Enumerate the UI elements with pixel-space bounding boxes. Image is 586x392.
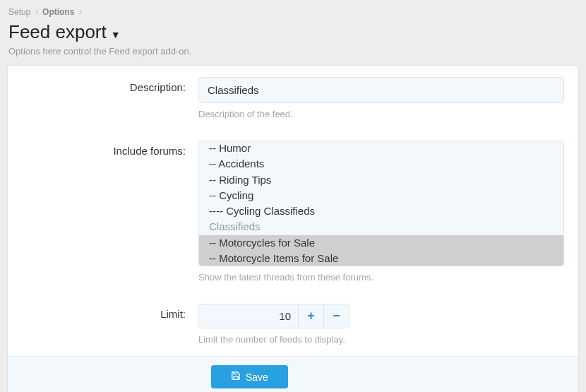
save-button[interactable]: Save — [211, 365, 288, 388]
description-helper: Description of the feed. — [198, 109, 564, 119]
limit-input[interactable] — [199, 304, 298, 328]
plus-icon: + — [307, 309, 315, 323]
description-label: Description: — [22, 77, 198, 119]
list-item[interactable]: ---- Cycling Classifieds — [199, 203, 563, 219]
save-icon — [231, 371, 241, 383]
forums-label: Include forums: — [22, 141, 198, 283]
breadcrumb-sep: › — [35, 7, 38, 17]
limit-decrement-button[interactable]: − — [323, 304, 349, 328]
minus-icon: − — [333, 309, 340, 323]
list-item[interactable]: -- Humor — [199, 141, 563, 156]
limit-label: Limit: — [22, 304, 198, 345]
save-button-label: Save — [246, 372, 268, 383]
page-subtitle: Options here control the Feed export add… — [0, 46, 586, 65]
row-limit: Limit: + − Limit the number of feeds to … — [8, 287, 578, 356]
list-item[interactable]: -- Cycling — [199, 188, 563, 203]
page-title-row: Feed export ▼ — [0, 20, 586, 46]
options-panel: Description: Description of the feed. In… — [7, 65, 579, 392]
breadcrumb-sep: › — [79, 7, 82, 17]
chevron-down-icon[interactable]: ▼ — [111, 25, 121, 40]
breadcrumb-options[interactable]: Options — [42, 7, 74, 17]
panel-footer: Save — [8, 356, 578, 392]
row-description: Description: Description of the feed. — [8, 66, 578, 124]
list-item[interactable]: -- Accidents — [199, 156, 563, 172]
description-input[interactable] — [198, 77, 564, 103]
forums-listbox[interactable]: -- Humor-- Accidents-- Riding Tips-- Cyc… — [198, 141, 564, 266]
limit-increment-button[interactable]: + — [298, 304, 323, 328]
page-title: Feed export — [8, 21, 107, 43]
limit-stepper: + − — [198, 304, 349, 328]
list-header: Classifieds — [199, 219, 563, 234]
list-item[interactable]: -- Motorcycle Items for Sale — [199, 251, 563, 266]
forums-helper: Show the latest threads from these forum… — [198, 272, 564, 283]
row-forums: Include forums: -- Humor-- Accidents-- R… — [8, 124, 578, 287]
list-item[interactable]: -- Riding Tips — [199, 172, 563, 188]
limit-helper: Limit the number of feeds to display. — [198, 334, 564, 345]
list-item[interactable]: -- Motorcycles for Sale — [199, 235, 563, 251]
breadcrumb-setup[interactable]: Setup — [8, 7, 30, 17]
breadcrumb: Setup › Options › — [0, 0, 586, 20]
